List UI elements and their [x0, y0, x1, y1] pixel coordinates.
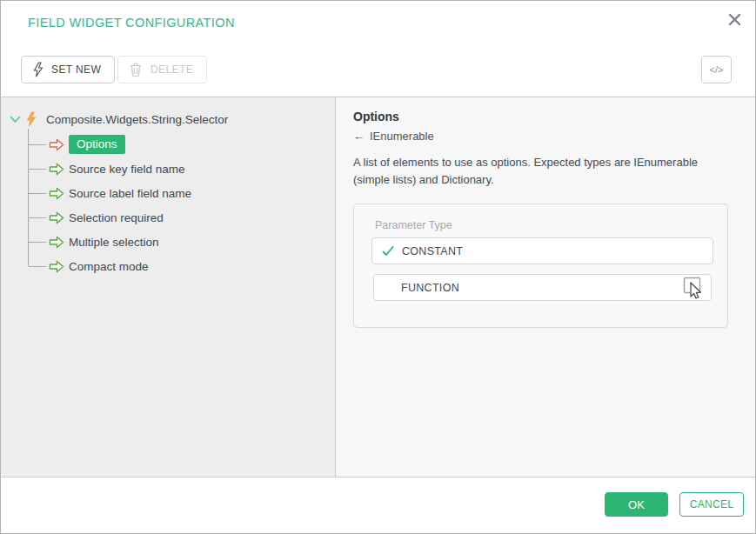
- parameter-details-panel: Options ←IEnumerable A list of elements …: [336, 97, 755, 477]
- field-widget-configuration-dialog: FIELD WIDGET CONFIGURATION SET NEW DELET…: [0, 0, 756, 534]
- lightning-icon: [25, 111, 37, 127]
- tree-item-label: Multiple selection: [69, 236, 159, 249]
- block-arrow-icon: [49, 260, 64, 273]
- tree-item-label: Compact mode: [69, 260, 149, 273]
- cancel-button[interactable]: CANCEL: [679, 492, 744, 517]
- dialog-body: Composite.Widgets.String.Selector Option…: [1, 97, 755, 477]
- tree-children: Options Source key field name Source lab…: [1, 132, 335, 278]
- code-icon: </>: [710, 64, 724, 75]
- dialog-header: FIELD WIDGET CONFIGURATION SET NEW DELET…: [1, 1, 755, 97]
- chevron-down-icon[interactable]: [10, 116, 21, 123]
- constant-option-button[interactable]: CONSTANT: [371, 237, 713, 264]
- function-option-button[interactable]: FUNCTION: [373, 274, 712, 301]
- left-arrow-icon: ←: [353, 130, 365, 143]
- close-icon[interactable]: [726, 10, 743, 28]
- check-icon: [382, 246, 394, 257]
- tree-item-label: Source key field name: [69, 163, 185, 176]
- dialog-footer: OK CANCEL: [1, 477, 755, 533]
- cursor-icon: [683, 277, 707, 304]
- tree-item-selection-required[interactable]: Selection required: [1, 205, 335, 230]
- trash-icon: [129, 62, 143, 77]
- set-new-button[interactable]: SET NEW: [21, 56, 115, 83]
- ok-button[interactable]: OK: [605, 492, 668, 517]
- tree-item-label: Source label field name: [69, 187, 191, 200]
- tree-item-source-label-field-name[interactable]: Source label field name: [1, 181, 335, 205]
- set-new-label: SET NEW: [51, 63, 101, 76]
- constant-option-label: CONSTANT: [402, 245, 463, 257]
- parameter-type-group: Parameter Type CONSTANT FUNCTION: [353, 204, 728, 328]
- tree-root[interactable]: Composite.Widgets.String.Selector: [1, 108, 335, 130]
- page-title: FIELD WIDGET CONFIGURATION: [28, 16, 235, 30]
- parameter-description: A list of elements to use as options. Ex…: [353, 154, 729, 188]
- tree-item-multiple-selection[interactable]: Multiple selection: [1, 230, 335, 254]
- lightning-icon: [32, 62, 43, 77]
- block-arrow-icon: [49, 187, 64, 200]
- function-option-label: FUNCTION: [401, 282, 459, 294]
- parameter-tree-panel: Composite.Widgets.String.Selector Option…: [1, 97, 336, 477]
- tree-item-label: Options: [69, 135, 125, 154]
- parameter-type-label: Parameter Type: [375, 219, 452, 231]
- source-code-button[interactable]: </>: [701, 56, 732, 83]
- parameter-tree: Composite.Widgets.String.Selector Option…: [1, 97, 335, 278]
- tree-item-label: Selection required: [69, 211, 164, 224]
- tree-item-options[interactable]: Options: [1, 132, 335, 157]
- block-arrow-icon: [49, 236, 64, 249]
- delete-label: DELETE: [151, 63, 193, 76]
- parameter-data-type: IEnumerable: [370, 130, 434, 143]
- tree-item-compact-mode[interactable]: Compact mode: [1, 254, 335, 278]
- delete-button[interactable]: DELETE: [117, 56, 207, 83]
- block-arrow-icon: [49, 163, 64, 176]
- tree-root-label: Composite.Widgets.String.Selector: [46, 113, 228, 126]
- parameter-type-line: ←IEnumerable: [353, 130, 729, 143]
- block-arrow-icon: [49, 138, 64, 151]
- block-arrow-icon: [49, 211, 64, 224]
- parameter-name-heading: Options: [353, 110, 729, 123]
- tree-item-source-key-field-name[interactable]: Source key field name: [1, 157, 335, 181]
